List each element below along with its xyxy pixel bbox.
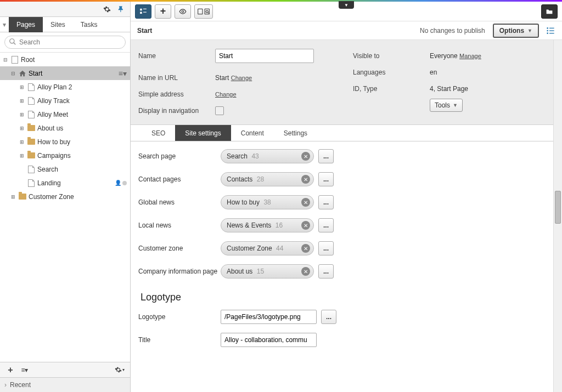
name-input[interactable] xyxy=(215,49,314,63)
browse-button[interactable]: ... xyxy=(318,149,334,163)
dropdown-tab[interactable]: ▼ xyxy=(339,1,354,9)
page-icon xyxy=(28,83,35,91)
svg-line-1 xyxy=(14,43,16,45)
contact-pages-ref[interactable]: Contacts 28 ✕ xyxy=(221,172,314,186)
global-news-ref[interactable]: How to buy 38 ✕ xyxy=(221,195,314,209)
tab-content[interactable]: Content xyxy=(231,125,274,141)
chevron-down-icon[interactable]: ▾ xyxy=(0,21,9,29)
tree-item[interactable]: ⊞ Alloy Track xyxy=(0,94,130,107)
list-menu-button[interactable]: ≡▾ xyxy=(18,364,32,376)
tree-item[interactable]: ⊞ Alloy Plan 2 xyxy=(0,80,130,94)
scroll-thumb[interactable] xyxy=(555,191,561,224)
simple-address-label: Simple address xyxy=(138,90,215,98)
scrollbar[interactable] xyxy=(553,40,562,392)
tab-settings[interactable]: Settings xyxy=(274,125,317,141)
close-icon[interactable]: ✕ xyxy=(301,175,310,184)
folder-icon xyxy=(27,139,35,145)
tree-toggle-button[interactable] xyxy=(135,4,151,19)
tab-tasks[interactable]: Tasks xyxy=(73,17,105,32)
svg-rect-7 xyxy=(198,9,203,14)
display-nav-checkbox[interactable] xyxy=(215,106,224,115)
title-input[interactable] xyxy=(221,333,317,347)
close-icon[interactable]: ✕ xyxy=(301,198,310,207)
svg-rect-14 xyxy=(549,27,554,28)
tree-item[interactable]: ⊞ Campaigns xyxy=(0,149,130,162)
page-title: Start xyxy=(137,27,152,35)
tab-site-settings[interactable]: Site settings xyxy=(175,125,231,141)
svg-point-13 xyxy=(547,32,548,34)
status-dot xyxy=(122,181,127,185)
search-page-ref[interactable]: Search 43 ✕ xyxy=(221,149,314,163)
tab-pages[interactable]: Pages xyxy=(9,17,43,32)
svg-point-12 xyxy=(547,30,548,31)
settings-button[interactable]: ▾ xyxy=(113,364,127,376)
svg-rect-5 xyxy=(143,12,147,12)
svg-rect-3 xyxy=(140,12,142,13)
svg-line-10 xyxy=(208,13,209,13)
properties-panel: Name Name in URL Start Change Simple add… xyxy=(131,40,562,125)
company-info-label: Company information page xyxy=(138,264,221,275)
browse-button[interactable]: ... xyxy=(318,172,334,186)
browse-button[interactable]: ... xyxy=(321,310,336,324)
preview-button[interactable] xyxy=(175,4,191,19)
logotype-input[interactable] xyxy=(221,310,317,324)
search-page-label: Search page xyxy=(138,149,221,160)
browse-button[interactable]: ... xyxy=(318,218,334,232)
close-icon[interactable]: ✕ xyxy=(301,221,310,230)
tree-item[interactable]: ⊞ About us xyxy=(0,121,130,135)
folder-icon xyxy=(27,125,35,131)
content-tabs: SEO Site settings Content Settings xyxy=(131,125,562,141)
row-menu-icon[interactable]: ≡▾ xyxy=(119,69,127,78)
tree-item[interactable]: Landing 👤 xyxy=(0,176,130,190)
languages-label: Languages xyxy=(353,69,430,76)
main-header: ▼ + xyxy=(131,2,562,21)
close-icon[interactable]: ✕ xyxy=(301,152,310,161)
browse-button[interactable]: ... xyxy=(318,195,334,209)
page-title-bar: Start No changes to publish Options▼ xyxy=(131,21,562,40)
tools-button[interactable]: Tools▼ xyxy=(430,99,463,112)
global-news-label: Global news xyxy=(138,195,221,206)
manage-link[interactable]: Manage xyxy=(459,53,481,59)
page-icon xyxy=(28,179,35,187)
tree-root[interactable]: ⊟ Root xyxy=(0,53,130,66)
new-button[interactable]: + xyxy=(155,4,171,19)
change-link[interactable]: Change xyxy=(231,75,252,81)
gear-icon[interactable] xyxy=(102,4,113,15)
close-icon[interactable]: ✕ xyxy=(301,244,310,253)
assets-button[interactable] xyxy=(541,4,558,19)
browse-button[interactable]: ... xyxy=(318,241,334,255)
tree-start[interactable]: ⊟ Start ≡▾ xyxy=(0,66,130,80)
company-info-ref[interactable]: About us 15 ✕ xyxy=(221,264,314,279)
user-icon: 👤 xyxy=(115,180,120,186)
search-input[interactable] xyxy=(4,36,126,49)
title-label: Title xyxy=(138,333,221,344)
compare-button[interactable] xyxy=(194,4,213,19)
page-icon xyxy=(28,166,35,173)
change-link[interactable]: Change xyxy=(215,91,237,98)
customer-zone-ref[interactable]: Customer Zone 44 ✕ xyxy=(221,241,314,255)
tree-customer-zone[interactable]: ⊞ Customer Zone xyxy=(0,190,130,203)
svg-rect-4 xyxy=(143,8,147,9)
recent-panel[interactable]: › Recent xyxy=(0,378,130,392)
logotype-heading: Logotype xyxy=(140,292,562,303)
close-icon[interactable]: ✕ xyxy=(301,267,310,276)
visible-to-label: Visible to xyxy=(353,52,430,60)
list-view-icon[interactable] xyxy=(546,26,555,35)
add-button[interactable]: + xyxy=(3,364,18,376)
tree-item[interactable]: ⊞ Alloy Meet xyxy=(0,107,130,121)
page-icon xyxy=(28,111,35,118)
search-icon xyxy=(9,38,16,46)
local-news-ref[interactable]: News & Events 16 ✕ xyxy=(221,218,314,232)
contact-pages-label: Contact pages xyxy=(138,172,221,183)
sidebar-tabs: ▾ Pages Sites Tasks xyxy=(0,17,130,32)
page-tree: ⊟ Root ⊟ Start ≡▾ ⊞ Alloy Plan 2 ⊞ All xyxy=(0,53,130,362)
tree-item[interactable]: ⊞ How to buy xyxy=(0,135,130,149)
pin-icon[interactable] xyxy=(116,4,127,15)
options-button[interactable]: Options▼ xyxy=(493,24,539,38)
tab-seo[interactable]: SEO xyxy=(142,125,175,141)
tab-sites[interactable]: Sites xyxy=(43,17,73,32)
publish-status: No changes to publish xyxy=(420,27,485,35)
svg-rect-16 xyxy=(549,33,554,33)
browse-button[interactable]: ... xyxy=(318,264,334,279)
tree-item[interactable]: Search xyxy=(0,162,130,176)
